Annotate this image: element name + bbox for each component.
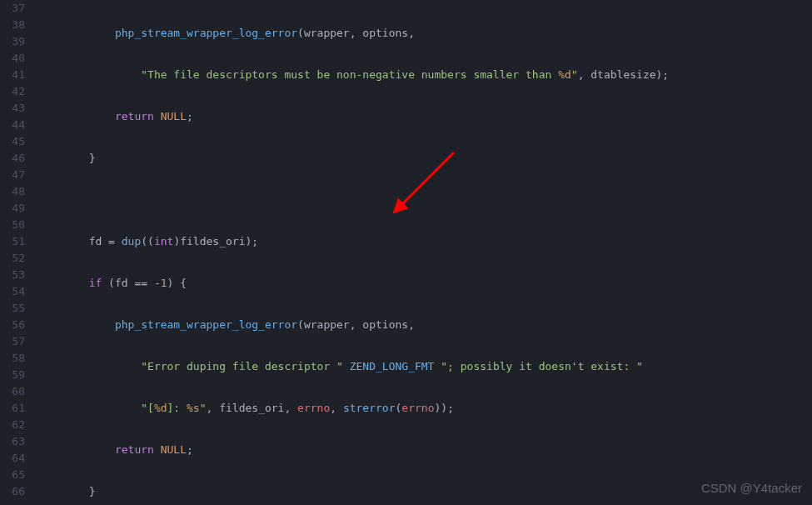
line-number: 44 xyxy=(0,117,25,133)
line-gutter: 37 38 39 40 41 42 43 44 45 46 47 48 49 5… xyxy=(0,0,33,505)
line-number: 61 xyxy=(0,400,25,417)
line-number: 39 xyxy=(0,33,25,50)
line-number: 42 xyxy=(0,83,25,100)
line-number: 50 xyxy=(0,217,25,233)
code-line: php_stream_wrapper_log_error(wrapper, op… xyxy=(33,317,812,333)
line-number: 57 xyxy=(0,333,25,350)
line-number: 49 xyxy=(0,200,25,217)
line-number: 65 xyxy=(0,467,25,483)
line-number: 37 xyxy=(0,0,25,17)
code-line: return NULL; xyxy=(33,442,812,458)
code-editor[interactable]: 37 38 39 40 41 42 43 44 45 46 47 48 49 5… xyxy=(0,0,812,505)
line-number: 51 xyxy=(0,233,25,250)
line-number: 55 xyxy=(0,300,25,317)
line-number: 58 xyxy=(0,350,25,367)
line-number: 46 xyxy=(0,150,25,167)
line-number: 38 xyxy=(0,17,25,33)
code-line: return NULL; xyxy=(33,108,812,125)
line-number: 47 xyxy=(0,167,25,183)
line-number: 45 xyxy=(0,133,25,150)
code-line: "Error duping file descriptor " ZEND_LON… xyxy=(33,358,812,375)
line-number: 59 xyxy=(0,367,25,383)
line-number: 62 xyxy=(0,417,25,433)
code-line: } xyxy=(33,150,812,167)
code-area[interactable]: php_stream_wrapper_log_error(wrapper, op… xyxy=(33,0,812,505)
code-line: if (fd == -1) { xyxy=(33,275,812,292)
line-number: 66 xyxy=(0,483,25,500)
line-number: 48 xyxy=(0,183,25,200)
code-line: "The file descriptors must be non-negati… xyxy=(33,67,812,83)
line-number: 53 xyxy=(0,267,25,283)
code-line: "[%d]: %s", fildes_ori, errno, strerror(… xyxy=(33,400,812,417)
line-number: 43 xyxy=(0,100,25,117)
line-number: 41 xyxy=(0,67,25,83)
line-number: 52 xyxy=(0,250,25,267)
line-number: 56 xyxy=(0,317,25,333)
code-line: } xyxy=(33,483,812,500)
line-number: 63 xyxy=(0,433,25,450)
watermark: CSDN @Y4tacker xyxy=(701,481,802,495)
line-number: 40 xyxy=(0,50,25,67)
line-number: 54 xyxy=(0,283,25,300)
code-line: php_stream_wrapper_log_error(wrapper, op… xyxy=(33,25,812,42)
line-number: 64 xyxy=(0,450,25,467)
code-line xyxy=(33,192,812,208)
line-number: 60 xyxy=(0,383,25,400)
code-line: fd = dup((int)fildes_ori); xyxy=(33,233,812,250)
